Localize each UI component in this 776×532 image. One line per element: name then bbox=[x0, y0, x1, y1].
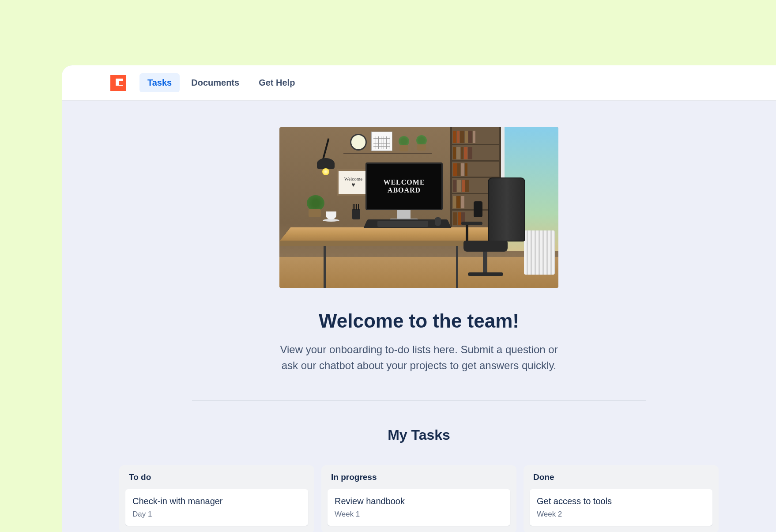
task-card[interactable]: Review handbook Week 1 bbox=[328, 489, 510, 526]
welcome-sign: Welcome ♥ bbox=[337, 169, 370, 196]
tasks-section: My Tasks To do Check-in with manager Day… bbox=[62, 427, 776, 532]
task-meta: Week 1 bbox=[335, 510, 503, 519]
divider bbox=[192, 400, 646, 400]
tasks-section-title: My Tasks bbox=[62, 427, 776, 443]
column-header: In progress bbox=[328, 472, 510, 482]
kanban-column-todo[interactable]: To do Check-in with manager Day 1 bbox=[119, 465, 314, 532]
kanban-board: To do Check-in with manager Day 1 In pro… bbox=[62, 465, 776, 532]
app-logo[interactable] bbox=[110, 75, 126, 91]
kanban-column-done[interactable]: Done Get access to tools Week 2 bbox=[524, 465, 719, 532]
nav-tab-tasks[interactable]: Tasks bbox=[139, 73, 180, 92]
task-title: Get access to tools bbox=[537, 496, 705, 506]
task-title: Check-in with manager bbox=[132, 496, 301, 506]
content: Welcome ♥ WELCOME ABOARD bbox=[62, 101, 776, 532]
kanban-column-inprogress[interactable]: In progress Review handbook Week 1 bbox=[321, 465, 516, 532]
task-meta: Week 2 bbox=[537, 510, 705, 519]
page-subtitle: View your onboarding to-do lists here. S… bbox=[278, 342, 560, 374]
task-meta: Day 1 bbox=[132, 510, 301, 519]
page-title: Welcome to the team! bbox=[319, 310, 519, 332]
nav-tab-get-help[interactable]: Get Help bbox=[251, 73, 303, 92]
task-title: Review handbook bbox=[335, 496, 503, 506]
top-nav: Tasks Documents Get Help bbox=[62, 65, 776, 101]
task-card[interactable]: Get access to tools Week 2 bbox=[530, 489, 712, 526]
monitor-illustration: WELCOME ABOARD bbox=[365, 162, 443, 220]
hero-image: Welcome ♥ WELCOME ABOARD bbox=[279, 127, 558, 288]
hero-section: Welcome ♥ WELCOME ABOARD bbox=[62, 127, 776, 374]
column-header: To do bbox=[125, 472, 308, 482]
nav-tab-documents[interactable]: Documents bbox=[183, 73, 247, 92]
task-card[interactable]: Check-in with manager Day 1 bbox=[125, 489, 308, 526]
app-container: Tasks Documents Get Help bbox=[62, 65, 776, 532]
nav-tabs: Tasks Documents Get Help bbox=[139, 73, 303, 92]
column-header: Done bbox=[530, 472, 712, 482]
